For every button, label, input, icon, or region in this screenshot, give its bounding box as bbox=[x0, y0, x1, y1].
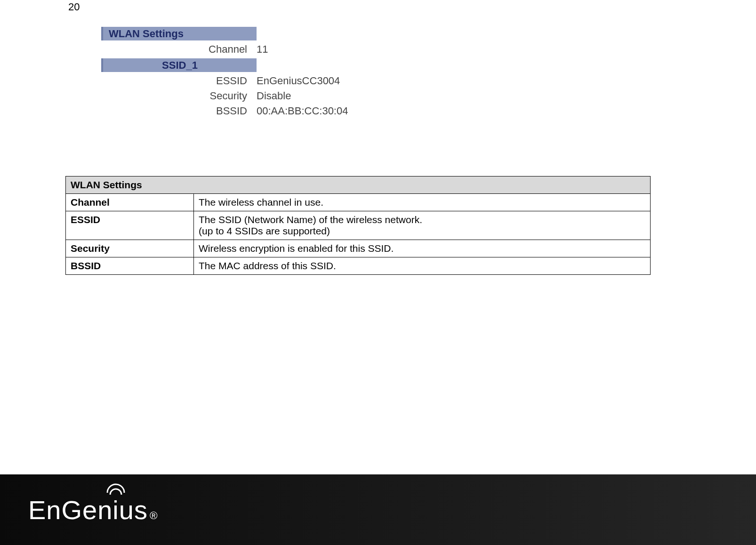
label-security: Security bbox=[101, 90, 257, 102]
value-essid: EnGeniusCC3004 bbox=[257, 75, 340, 87]
row-bssid: BSSID 00:AA:BB:CC:30:04 bbox=[101, 105, 398, 117]
table-header: WLAN Settings bbox=[66, 176, 651, 194]
label-channel: Channel bbox=[101, 43, 257, 56]
table-header-row: WLAN Settings bbox=[66, 176, 651, 194]
cell-name: BSSID bbox=[66, 257, 194, 275]
wlan-settings-panel: WLAN Settings Channel 11 SSID_1 ESSID En… bbox=[101, 27, 398, 120]
row-channel: Channel 11 bbox=[101, 43, 398, 56]
page-number: 20 bbox=[68, 1, 80, 13]
page-footer: EnGen ius® bbox=[0, 474, 756, 545]
registered-mark: ® bbox=[150, 510, 158, 522]
row-security: Security Disable bbox=[101, 90, 398, 102]
cell-desc: Wireless encryption is enabled for this … bbox=[194, 240, 651, 257]
value-security: Disable bbox=[257, 90, 291, 102]
cell-name: Security bbox=[66, 240, 194, 257]
table-row: Security Wireless encryption is enabled … bbox=[66, 240, 651, 257]
brand-logo: EnGen ius® bbox=[28, 495, 158, 525]
label-bssid: BSSID bbox=[101, 105, 257, 117]
table-row: BSSID The MAC address of this SSID. bbox=[66, 257, 651, 275]
ssid1-header: SSID_1 bbox=[101, 58, 257, 72]
wlan-settings-header: WLAN Settings bbox=[101, 27, 257, 40]
cell-name: ESSID bbox=[66, 211, 194, 240]
table-row: ESSID The SSID (Network Name) of the wir… bbox=[66, 211, 651, 240]
brand-text-part2: us bbox=[119, 495, 148, 525]
brand-text-part1: EnGen bbox=[28, 495, 113, 525]
wlan-description-table: WLAN Settings Channel The wireless chann… bbox=[65, 176, 651, 275]
wifi-arc-icon bbox=[105, 481, 127, 496]
value-channel: 11 bbox=[257, 43, 268, 56]
cell-desc: The MAC address of this SSID. bbox=[194, 257, 651, 275]
row-essid: ESSID EnGeniusCC3004 bbox=[101, 75, 398, 87]
cell-name: Channel bbox=[66, 194, 194, 211]
cell-desc: The SSID (Network Name) of the wireless … bbox=[194, 211, 651, 240]
label-essid: ESSID bbox=[101, 75, 257, 87]
table-row: Channel The wireless channel in use. bbox=[66, 194, 651, 211]
value-bssid: 00:AA:BB:CC:30:04 bbox=[257, 105, 348, 117]
cell-desc: The wireless channel in use. bbox=[194, 194, 651, 211]
brand-i-with-arc: i bbox=[113, 495, 119, 525]
